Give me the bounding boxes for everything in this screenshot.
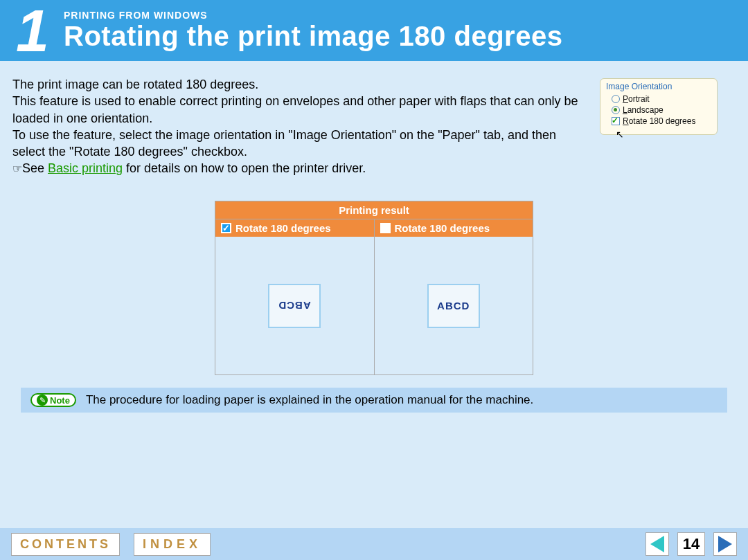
note-bar: ✎ Note The procedure for loading paper i… bbox=[21, 388, 727, 413]
footer-bar: CONTENTS INDEX 14 bbox=[0, 528, 748, 560]
col-a-label: Rotate 180 degrees bbox=[235, 222, 331, 234]
checkbox-on-icon: ✓ bbox=[221, 223, 231, 233]
sample-output-rotated: ABCD bbox=[268, 284, 321, 328]
orientation-legend: Image Orientation bbox=[606, 82, 711, 91]
checkbox-off-icon bbox=[380, 223, 391, 233]
intro-paragraph: The print image can be rotated 180 degre… bbox=[12, 76, 580, 160]
col-b-label: Rotate 180 degrees bbox=[395, 222, 490, 234]
intro-line-3: To use the feature, select the image ori… bbox=[12, 128, 556, 159]
note-text: The procedure for loading paper is expla… bbox=[86, 393, 533, 407]
intro-line-2: This feature is used to enable correct p… bbox=[12, 94, 578, 125]
orientation-landscape[interactable]: Landscape bbox=[606, 105, 711, 115]
see-link-line: ☞See Basic printing for details on how t… bbox=[12, 161, 736, 176]
page-title: Rotating the print image 180 degrees bbox=[64, 21, 562, 52]
sample-normal-cell: ABCD bbox=[375, 237, 533, 374]
orientation-rotate180[interactable]: Rotate 180 degrees bbox=[606, 116, 711, 126]
main-content: The print image can be rotated 180 degre… bbox=[0, 61, 748, 413]
triangle-left-icon bbox=[650, 536, 664, 552]
radio-icon bbox=[612, 95, 620, 103]
basic-printing-link[interactable]: Basic printing bbox=[48, 161, 123, 175]
contents-button[interactable]: CONTENTS bbox=[11, 533, 120, 556]
footer-nav: 14 bbox=[645, 532, 737, 556]
opt-label-portrait: Portrait bbox=[623, 94, 650, 104]
triangle-right-icon bbox=[718, 536, 732, 552]
image-orientation-panel: Image Orientation Portrait Landscape Rot… bbox=[600, 78, 718, 135]
header-titles: PRINTING FROM WINDOWS Rotating the print… bbox=[64, 0, 562, 61]
note-label: Note bbox=[50, 395, 70, 406]
result-header-row: ✓ Rotate 180 degrees Rotate 180 degrees bbox=[215, 219, 533, 237]
result-col-rotate-on: ✓ Rotate 180 degrees bbox=[215, 219, 375, 237]
chapter-number: 1 bbox=[0, 0, 64, 61]
result-body-row: ABCD ABCD bbox=[215, 237, 533, 375]
sample-rotated-cell: ABCD bbox=[215, 237, 375, 374]
prev-page-button[interactable] bbox=[645, 532, 669, 556]
cursor-icon: ↖ bbox=[616, 129, 624, 140]
sample-output-normal: ABCD bbox=[427, 284, 480, 328]
page-number: 14 bbox=[677, 532, 705, 556]
breadcrumb: PRINTING FROM WINDOWS bbox=[64, 10, 562, 21]
pencil-icon: ✎ bbox=[37, 395, 48, 406]
result-title: Printing result bbox=[215, 201, 533, 219]
see-prefix: See bbox=[22, 161, 48, 175]
see-suffix: for details on how to open the printer d… bbox=[123, 161, 366, 175]
index-button[interactable]: INDEX bbox=[134, 533, 211, 556]
opt-label-landscape: Landscape bbox=[623, 105, 664, 115]
next-page-button[interactable] bbox=[713, 532, 737, 556]
intro-line-1: The print image can be rotated 180 degre… bbox=[12, 78, 258, 91]
radio-checked-icon bbox=[612, 106, 620, 114]
pointing-hand-icon: ☞ bbox=[12, 163, 22, 174]
opt-label-rotate: Rotate 180 degrees bbox=[623, 116, 695, 126]
orientation-portrait[interactable]: Portrait bbox=[606, 94, 711, 104]
result-col-rotate-off: Rotate 180 degrees bbox=[375, 219, 534, 237]
checkbox-checked-icon bbox=[612, 117, 620, 125]
page-header: 1 PRINTING FROM WINDOWS Rotating the pri… bbox=[0, 0, 748, 61]
note-badge: ✎ Note bbox=[30, 393, 76, 407]
printing-result-table: Printing result ✓ Rotate 180 degrees Rot… bbox=[215, 201, 533, 375]
